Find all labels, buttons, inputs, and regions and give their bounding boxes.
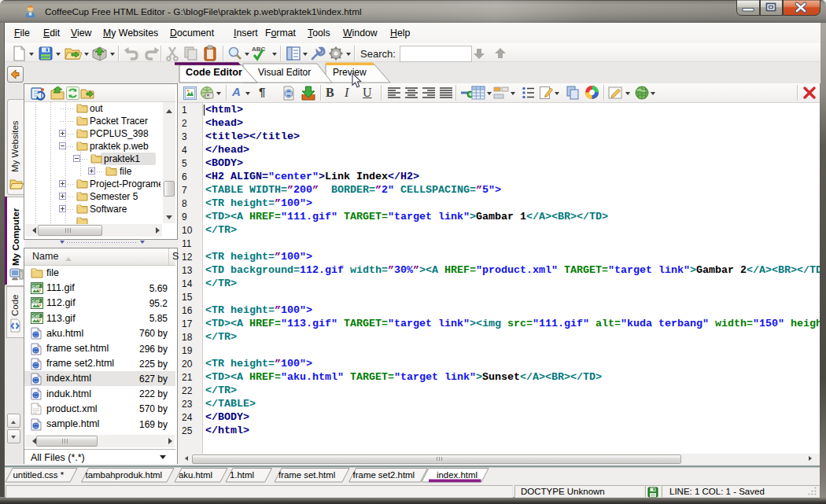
svg-text:GIF: GIF (32, 283, 41, 289)
svg-text:aku.html: aku.html (179, 470, 212, 480)
svg-text:tambahproduk.html: tambahproduk.html (86, 470, 163, 480)
svg-text:GIF: GIF (32, 298, 41, 304)
svg-text:GIF: GIF (32, 313, 41, 318)
svg-text:Visual Editor: Visual Editor (258, 67, 311, 78)
svg-text:index.html: index.html (437, 470, 478, 480)
svg-text:Code Editor: Code Editor (186, 67, 242, 78)
svg-text:frame set2.html: frame set2.html (353, 470, 415, 480)
svg-text:frame set.html: frame set.html (278, 470, 335, 480)
svg-text:1.html: 1.html (230, 470, 254, 480)
svg-text:ABC: ABC (252, 46, 266, 53)
svg-text:untitled.css *: untitled.css * (13, 470, 65, 480)
